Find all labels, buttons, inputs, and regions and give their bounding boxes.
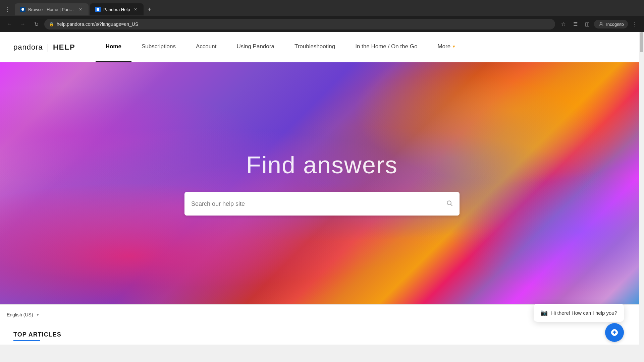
address-text: help.pandora.com/s/?language=en_US [57, 21, 550, 27]
search-input[interactable] [191, 200, 446, 207]
language-chevron-icon: ▼ [36, 312, 40, 317]
chat-message: Hi there! How can I help you? [551, 310, 617, 316]
forward-button[interactable]: → [17, 19, 28, 29]
nav-link-in-the-home[interactable]: In the Home / On the Go [345, 32, 427, 62]
tab-bar: ⋮ Browse - Home | Pandora ✕ Pandora Help… [0, 0, 644, 16]
nav-links: Home Subscriptions Account Using Pandora… [96, 32, 631, 62]
search-icon [446, 200, 453, 208]
tab-pandora-browse[interactable]: Browse - Home | Pandora ✕ [15, 3, 89, 15]
tab-favicon-help [95, 7, 101, 12]
svg-point-3 [447, 201, 451, 205]
nav-link-subscriptions[interactable]: Subscriptions [131, 32, 186, 62]
pandora-help-site: pandora | HELP Home Subscriptions Accoun… [0, 32, 644, 345]
extensions-icon[interactable]: ☰ [570, 19, 581, 29]
incognito-button[interactable]: Incognito [594, 20, 628, 28]
svg-point-0 [21, 8, 24, 11]
chat-toggle-button[interactable] [605, 323, 624, 342]
nav-link-home[interactable]: Home [96, 32, 131, 62]
tab-pandora-help[interactable]: Pandora Help ✕ [90, 3, 144, 15]
chat-widget: 📷 Hi there! How can I help you? [534, 304, 624, 322]
tab-label-pandora: Browse - Home | Pandora [28, 7, 75, 12]
incognito-label: Incognito [606, 22, 624, 27]
hero-background [0, 62, 644, 304]
sidebar-icon[interactable]: ◫ [582, 19, 593, 29]
toolbar-icons: ☆ ☰ ◫ Incognito ⋮ [558, 19, 640, 29]
pandora-logo[interactable]: pandora | HELP [13, 43, 75, 52]
scrollbar[interactable] [639, 32, 644, 362]
hero-section: Find answers [0, 62, 644, 304]
language-select[interactable]: English (US) ▼ [7, 312, 40, 317]
pandora-logo-text: pandora [13, 43, 43, 52]
search-input-wrap[interactable] [184, 192, 460, 216]
nav-link-account[interactable]: Account [186, 32, 226, 62]
lock-icon: 🔒 [49, 22, 54, 26]
language-label: English (US) [7, 312, 33, 317]
more-chevron-icon: ▼ [452, 44, 456, 49]
logo-divider: | [47, 43, 49, 52]
top-articles-underline [13, 340, 40, 341]
browser-menu-button[interactable]: ⋮ [3, 5, 12, 14]
address-bar: ← → ↻ 🔒 help.pandora.com/s/?language=en_… [0, 16, 644, 32]
tab-favicon-pandora [20, 7, 25, 12]
search-container [184, 192, 460, 216]
help-nav: pandora | HELP Home Subscriptions Accoun… [0, 32, 644, 62]
tab-close-help[interactable]: ✕ [133, 7, 138, 12]
address-input[interactable]: 🔒 help.pandora.com/s/?language=en_US [44, 19, 555, 29]
more-label: More [437, 43, 450, 50]
browser-menu-icon[interactable]: ⋮ [629, 19, 640, 29]
top-articles-section: TOP ARTICLES [0, 324, 644, 345]
back-button[interactable]: ← [4, 19, 15, 29]
svg-rect-1 [97, 8, 99, 11]
scrollbar-thumb[interactable] [640, 32, 643, 52]
browser-chrome: ⋮ Browse - Home | Pandora ✕ Pandora Help… [0, 0, 644, 32]
hero-title: Find answers [246, 151, 398, 179]
tab-close-pandora[interactable]: ✕ [78, 7, 83, 12]
chat-device-icon: 📷 [540, 309, 548, 316]
new-tab-button[interactable]: + [145, 5, 154, 14]
bookmark-icon[interactable]: ☆ [558, 19, 569, 29]
nav-link-troubleshooting[interactable]: Troubleshooting [284, 32, 345, 62]
svg-point-2 [600, 22, 602, 24]
reload-button[interactable]: ↻ [31, 19, 42, 29]
nav-link-using-pandora[interactable]: Using Pandora [226, 32, 284, 62]
help-logo-text: HELP [53, 43, 75, 52]
tab-label-help: Pandora Help [103, 7, 130, 12]
top-articles-title: TOP ARTICLES [13, 331, 631, 338]
nav-link-more[interactable]: More ▼ [427, 32, 466, 62]
svg-line-4 [451, 204, 452, 206]
